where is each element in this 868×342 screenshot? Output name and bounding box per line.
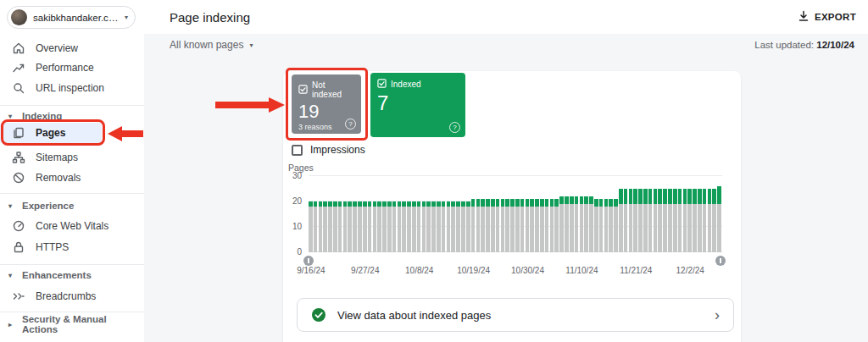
section-label: Security & Manual Actions bbox=[22, 314, 144, 334]
help-icon[interactable]: ? bbox=[449, 122, 460, 133]
unchecked-checkbox-icon[interactable] bbox=[292, 145, 303, 156]
export-label: EXPORT bbox=[815, 12, 856, 22]
stacked-bar bbox=[412, 201, 416, 252]
sidebar-item-label: URL inspection bbox=[36, 82, 104, 94]
last-updated-label: Last updated: bbox=[754, 40, 814, 50]
stacked-bar bbox=[319, 201, 323, 252]
stacked-bar bbox=[643, 189, 648, 252]
sidebar-section-security-manual-actions[interactable]: ▸ Security & Manual Actions bbox=[0, 317, 144, 332]
stacked-bar bbox=[447, 201, 451, 252]
chevron-down-icon: ▾ bbox=[125, 14, 128, 21]
sidebar-item-removals[interactable]: Removals bbox=[0, 168, 144, 188]
performance-icon bbox=[12, 61, 25, 74]
stacked-bar bbox=[604, 199, 609, 252]
indexed-tile[interactable]: Indexed 7 ? bbox=[370, 73, 465, 137]
sidebar-item-label: Breadcrumbs bbox=[36, 290, 96, 302]
stacked-bar bbox=[368, 201, 372, 252]
stacked-bar bbox=[654, 189, 658, 252]
property-selector[interactable]: sakibkhandaker.com ▾ bbox=[7, 6, 136, 29]
sidebar-item-https[interactable]: HTTPS bbox=[0, 237, 144, 257]
sidebar-item-performance[interactable]: Performance bbox=[0, 58, 144, 78]
stacked-bar bbox=[535, 199, 539, 252]
stacked-bar bbox=[422, 201, 426, 252]
stacked-bar bbox=[471, 199, 476, 252]
sidebar-item-core-web-vitals[interactable]: Core Web Vitals bbox=[0, 216, 144, 236]
sidebar-item-overview[interactable]: Overview bbox=[0, 38, 144, 58]
stacked-bar bbox=[678, 189, 682, 252]
sidebar-item-sitemaps[interactable]: Sitemaps bbox=[0, 147, 144, 168]
breadcrumbs-icon bbox=[12, 290, 25, 303]
chevron-right-icon: ▸ bbox=[8, 321, 15, 328]
y-tick-label: 10 bbox=[292, 223, 302, 231]
search-console-page-indexing: sakibkhandaker.com ▾ Page indexing EXPOR… bbox=[0, 0, 868, 342]
chart-range-handle-right[interactable] bbox=[715, 256, 726, 266]
stacked-bar bbox=[348, 201, 352, 252]
stacked-bar bbox=[402, 201, 406, 252]
stacked-bar bbox=[486, 199, 490, 252]
annotation-arrow-not-indexed bbox=[215, 97, 285, 113]
stacked-bar bbox=[559, 196, 564, 252]
stacked-bar bbox=[530, 199, 534, 252]
stacked-bar bbox=[619, 189, 623, 252]
stacked-bar bbox=[328, 201, 332, 252]
stacked-bar bbox=[703, 189, 707, 252]
chevron-right-icon: › bbox=[715, 307, 720, 323]
stacked-bar bbox=[358, 201, 362, 252]
stacked-bar bbox=[609, 199, 613, 252]
stacked-bar bbox=[565, 196, 569, 252]
view-indexed-data-link[interactable]: View data about indexed pages › bbox=[297, 298, 734, 332]
stacked-bar bbox=[550, 199, 554, 252]
stacked-bar bbox=[426, 201, 431, 252]
gauge-icon bbox=[12, 219, 25, 233]
impressions-label: Impressions bbox=[310, 144, 365, 156]
stacked-bar bbox=[333, 201, 337, 252]
sidebar-divider bbox=[0, 264, 144, 265]
export-button[interactable]: EXPORT bbox=[798, 10, 856, 24]
stacked-bar bbox=[398, 201, 402, 252]
annotation-arrow-pages bbox=[108, 125, 143, 142]
stacked-bar bbox=[708, 189, 712, 252]
chart-plot[interactable] bbox=[309, 176, 722, 252]
stacked-bar bbox=[614, 199, 618, 252]
x-tick-label: 10/30/24 bbox=[511, 266, 544, 275]
stacked-bar bbox=[520, 199, 525, 252]
checked-checkbox-icon bbox=[377, 79, 387, 90]
sidebar-section-enhancements[interactable]: ▾ Enhancements bbox=[0, 268, 144, 283]
stacked-bar bbox=[687, 189, 692, 252]
x-tick-label: 12/2/24 bbox=[676, 266, 704, 275]
chart-xlabels: 9/16/249/27/2410/8/2410/19/2410/30/2411/… bbox=[309, 266, 722, 276]
stacked-bar bbox=[584, 196, 588, 252]
annotation-box-not-indexed bbox=[286, 68, 368, 141]
search-icon bbox=[12, 81, 25, 95]
stacked-bar bbox=[437, 201, 441, 252]
stacked-bar bbox=[456, 201, 460, 252]
stacked-bar bbox=[338, 201, 342, 252]
stacked-bar bbox=[451, 201, 455, 252]
sidebar-item-label: Overview bbox=[36, 42, 78, 54]
stacked-bar bbox=[575, 196, 579, 252]
stacked-bar bbox=[387, 201, 392, 252]
property-name: sakibkhandaker.com bbox=[33, 13, 119, 23]
stacked-bar bbox=[382, 201, 387, 252]
gridline bbox=[309, 175, 722, 176]
stacked-bar bbox=[668, 189, 672, 252]
stacked-bar bbox=[392, 201, 397, 252]
section-label: Enhancements bbox=[22, 270, 92, 280]
chart-range-handle-left[interactable] bbox=[303, 256, 314, 266]
stacked-bar bbox=[554, 199, 559, 252]
page-filter-dropdown[interactable]: All known pages ▾ bbox=[170, 39, 253, 51]
impressions-toggle[interactable]: Impressions bbox=[292, 144, 365, 156]
sitemap-icon bbox=[12, 151, 25, 164]
sidebar-item-label: HTTPS bbox=[36, 241, 69, 253]
green-check-icon bbox=[311, 307, 326, 323]
stacked-bar bbox=[515, 199, 520, 252]
stacked-bar bbox=[505, 199, 509, 252]
stacked-bar bbox=[599, 199, 604, 252]
sidebar-section-experience[interactable]: ▾ Experience bbox=[0, 198, 144, 213]
stacked-bar bbox=[629, 189, 633, 252]
y-tick-label: 30 bbox=[292, 172, 302, 180]
stacked-bar bbox=[481, 199, 485, 252]
sidebar-item-url-inspection[interactable]: URL inspection bbox=[0, 78, 144, 98]
sidebar-item-breadcrumbs[interactable]: Breadcrumbs bbox=[0, 286, 144, 306]
annotation-box-pages bbox=[1, 119, 105, 146]
